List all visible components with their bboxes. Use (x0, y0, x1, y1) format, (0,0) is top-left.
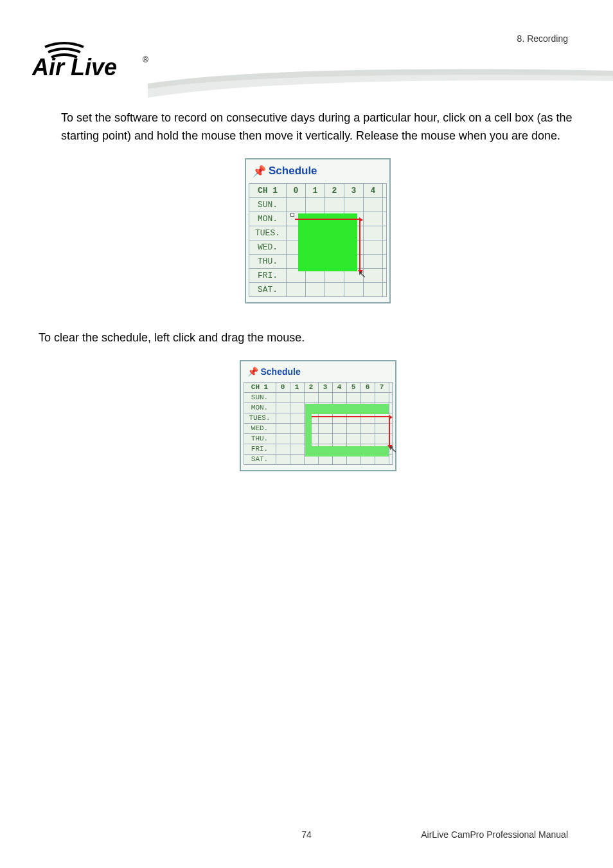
schedule-title-text: Schedule (261, 366, 301, 377)
day-label: SUN. (244, 392, 276, 402)
day-label: MON. (249, 212, 287, 226)
hour-header: 4 (364, 183, 383, 197)
instruction-paragraph-1: To set the software to record on consecu… (61, 109, 574, 145)
hour-header: 3 (318, 382, 332, 392)
pin-icon: 📌 (247, 366, 258, 377)
day-label: WED. (244, 423, 276, 433)
hour-header: 2 (304, 382, 318, 392)
day-label: SUN. (249, 197, 287, 212)
schedule-figure-1: 📌 Schedule CH 1 0 1 2 3 4 SUN. MON. (61, 158, 574, 303)
channel-label: CH 1 (249, 183, 287, 197)
schedule-grid[interactable]: CH 1 0 1 2 3 4 SUN. MON. TUES. WED. THU.… (249, 183, 387, 297)
hour-header: 0 (287, 183, 306, 197)
chapter-label: 8. Recording (517, 33, 568, 44)
page-number: 74 (301, 829, 312, 840)
channel-label: CH 1 (244, 382, 276, 392)
hour-header: 2 (325, 183, 344, 197)
hour-header: 7 (375, 382, 389, 392)
pin-icon: 📌 (253, 165, 266, 178)
hour-header: 6 (360, 382, 375, 392)
schedule-figure-2: 📌 Schedule CH 1 0 1 2 3 4 5 6 7 (61, 360, 574, 471)
day-label: TUES. (249, 226, 287, 240)
schedule-title: 📌 Schedule (249, 163, 387, 183)
instruction-paragraph-2: To clear the schedule, left click and dr… (39, 329, 574, 347)
day-label: MON. (244, 402, 276, 413)
day-label: THU. (244, 433, 276, 444)
schedule-title-text: Schedule (269, 165, 317, 177)
day-label: THU. (249, 254, 287, 268)
manual-title: AirLive CamPro Professional Manual (421, 829, 568, 840)
schedule-grid[interactable]: CH 1 0 1 2 3 4 5 6 7 SUN. MON. TUES. WED (244, 382, 393, 465)
hour-header: 0 (276, 382, 290, 392)
hour-header: 3 (344, 183, 364, 197)
day-label: TUES. (244, 413, 276, 423)
day-label: FRI. (244, 444, 276, 454)
day-label: WED. (249, 240, 287, 254)
hour-header: 4 (332, 382, 346, 392)
day-label: SAT. (244, 454, 276, 464)
day-label: SAT. (249, 282, 287, 296)
day-label: FRI. (249, 268, 287, 282)
schedule-title: 📌 Schedule (244, 365, 393, 382)
hour-header: 5 (346, 382, 360, 392)
hour-header: 1 (290, 382, 304, 392)
hour-header: 1 (306, 183, 325, 197)
svg-text:Air Live: Air Live (32, 54, 117, 80)
brand-logo: Air Live ® (32, 35, 154, 83)
svg-text:®: ® (143, 55, 148, 64)
header-swoosh (148, 64, 613, 103)
